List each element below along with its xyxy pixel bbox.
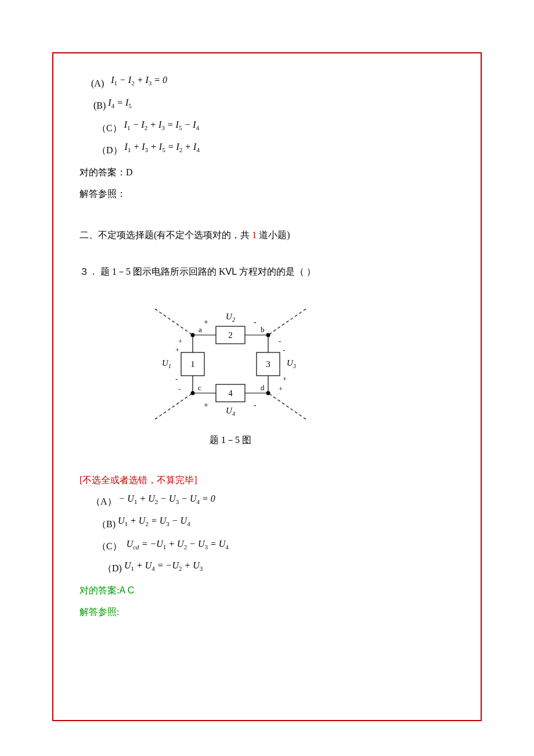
section2-pre: 二、不定项选择题(有不定个选项对的，共 xyxy=(80,230,252,240)
svg-line-1 xyxy=(268,309,306,335)
svg-text:+: + xyxy=(175,345,179,354)
svg-text:4: 4 xyxy=(228,388,233,398)
q3-stem-vl: VL xyxy=(226,267,237,276)
q3-optB-math: U1 + U2 = U3 − U4 xyxy=(118,513,190,530)
svg-text:2: 2 xyxy=(228,330,233,340)
q3-note: [不选全或者选错，不算完毕] xyxy=(80,472,463,489)
q2-optC-label: （C） xyxy=(97,123,122,133)
section2-title: 二、不定项选择题(有不定个选项对的，共 1 道小题) xyxy=(80,227,463,244)
svg-text:-: - xyxy=(283,345,285,354)
q2-optA-math: I1 − I2 + I3 = 0 xyxy=(111,72,167,89)
svg-text:+: + xyxy=(178,337,182,345)
q3-option-d: （D) U1 + U4 = −U2 + U3 xyxy=(80,560,463,578)
svg-text:U3: U3 xyxy=(287,358,296,369)
q3-optC-label: （C） xyxy=(97,541,122,551)
q3-option-c: （C） Ucd = −U1 + U2 − U3 = U4 xyxy=(80,538,463,556)
q2-optA-label: (A) xyxy=(91,78,104,88)
q2-answer: 对的答案：D xyxy=(80,164,463,181)
section2-post: 道小题) xyxy=(257,230,290,240)
q3-caption: 题 1－5 图 xyxy=(138,434,323,447)
svg-text:1: 1 xyxy=(190,359,195,369)
svg-text:U2: U2 xyxy=(226,312,235,323)
q3-optB-label: （B) xyxy=(97,519,116,529)
svg-text:+: + xyxy=(283,375,287,383)
q2-optB-label: (B) xyxy=(93,100,106,110)
q3-optA-math: − U1 + U2 − U3 − U4 = 0 xyxy=(119,491,215,508)
q2-optC-math: I1 − I2 + I3 = I5 − I4 xyxy=(124,117,199,134)
svg-text:b: b xyxy=(261,325,265,334)
q3-stem-pre: ３． 题 1－5 图示电路所示回路的 K xyxy=(80,267,226,276)
q3-answer-label: 对的答案: xyxy=(80,585,119,595)
svg-text:U4: U4 xyxy=(226,406,235,417)
svg-text:U1: U1 xyxy=(162,358,171,369)
q2-option-d: （D） I1 + I3 + I5 = I2 + I4 xyxy=(80,142,463,160)
q2-optD-math: I1 + I3 + I5 = I2 + I4 xyxy=(125,139,200,156)
q3-stem-post: 方程对的的是（ ） xyxy=(237,267,316,276)
svg-text:+: + xyxy=(204,401,208,409)
q3-answer: A C xyxy=(119,585,134,595)
q3-ref: 解答参照: xyxy=(80,604,463,621)
svg-line-3 xyxy=(268,393,306,419)
q3-stem: ３． 题 1－5 图示电路所示回路的 KVL 方程对的的是（ ） xyxy=(80,264,463,280)
circuit-diagram-icon: 2 4 1 3 a b c xyxy=(138,297,323,431)
svg-text:-: - xyxy=(178,384,181,393)
svg-text:-: - xyxy=(254,318,257,326)
q2-option-c: （C） I1 − I2 + I3 = I5 − I4 xyxy=(80,120,463,138)
q3-answer-line: 对的答案:A C xyxy=(80,582,463,599)
q2-option-a: (A) I1 − I2 + I3 = 0 xyxy=(80,75,463,93)
svg-line-2 xyxy=(155,393,193,419)
q2-optB-math: I4 = I5 xyxy=(108,95,131,112)
svg-text:3: 3 xyxy=(266,359,270,369)
q3-option-a: （A） − U1 + U2 − U3 − U4 = 0 xyxy=(80,494,463,511)
q3-figure: 2 4 1 3 a b c xyxy=(138,297,323,447)
q2-ref: 解答参照： xyxy=(80,186,463,203)
svg-text:a: a xyxy=(199,325,202,334)
svg-text:+: + xyxy=(279,384,283,393)
q3-optD-math: U1 + U4 = −U2 + U3 xyxy=(124,557,203,575)
q3-optC-math: Ucd = −U1 + U2 − U3 = U4 xyxy=(127,536,229,553)
svg-text:d: d xyxy=(261,383,265,392)
svg-text:-: - xyxy=(175,375,178,383)
q3-optD-label: （D) xyxy=(103,563,122,573)
q3-optA-label: （A） xyxy=(91,496,117,506)
q3-option-b: （B) U1 + U2 = U3 − U4 xyxy=(80,516,463,534)
svg-text:-: - xyxy=(279,337,281,345)
svg-line-0 xyxy=(155,309,193,335)
q2-optD-label: （D） xyxy=(97,145,122,155)
svg-text:c: c xyxy=(198,383,201,392)
svg-text:-: - xyxy=(254,401,257,409)
svg-text:+: + xyxy=(204,318,208,326)
q2-option-b: (B) I4 = I5 xyxy=(80,98,463,115)
